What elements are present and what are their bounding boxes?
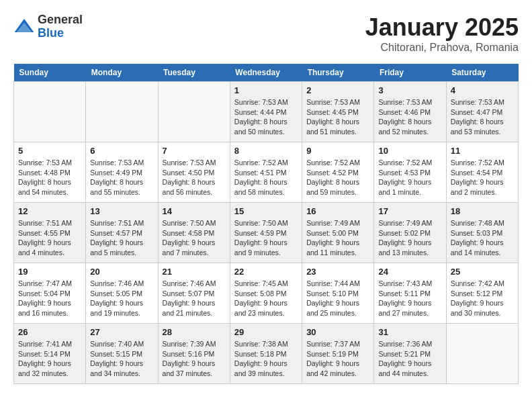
calendar-header: SundayMondayTuesdayWednesdayThursdayFrid… bbox=[14, 64, 519, 82]
day-info: Sunrise: 7:47 AM Sunset: 5:04 PM Dayligh… bbox=[18, 279, 81, 318]
title-block: January 2025 Chitorani, Prahova, Romania bbox=[365, 13, 519, 54]
calendar-cell: 16Sunrise: 7:49 AM Sunset: 5:00 PM Dayli… bbox=[302, 203, 374, 263]
weekday-header-saturday: Saturday bbox=[446, 64, 518, 82]
day-info: Sunrise: 7:39 AM Sunset: 5:16 PM Dayligh… bbox=[163, 339, 226, 379]
day-info: Sunrise: 7:46 AM Sunset: 5:07 PM Dayligh… bbox=[163, 279, 226, 318]
day-number: 19 bbox=[18, 267, 81, 277]
day-number: 18 bbox=[451, 206, 514, 216]
calendar-cell: 8Sunrise: 7:52 AM Sunset: 4:51 PM Daylig… bbox=[230, 142, 302, 203]
calendar-cell: 30Sunrise: 7:37 AM Sunset: 5:19 PM Dayli… bbox=[302, 324, 374, 384]
day-info: Sunrise: 7:38 AM Sunset: 5:18 PM Dayligh… bbox=[234, 339, 298, 379]
day-info: Sunrise: 7:50 AM Sunset: 4:59 PM Dayligh… bbox=[234, 218, 298, 258]
calendar-cell: 29Sunrise: 7:38 AM Sunset: 5:18 PM Dayli… bbox=[230, 324, 302, 384]
day-number: 21 bbox=[163, 267, 226, 277]
day-info: Sunrise: 7:46 AM Sunset: 5:05 PM Dayligh… bbox=[90, 279, 153, 318]
day-number: 24 bbox=[378, 267, 441, 277]
day-number: 30 bbox=[306, 327, 369, 337]
calendar-cell: 6Sunrise: 7:53 AM Sunset: 4:49 PM Daylig… bbox=[86, 142, 158, 203]
day-number: 20 bbox=[90, 267, 153, 277]
calendar-cell: 22Sunrise: 7:45 AM Sunset: 5:08 PM Dayli… bbox=[230, 263, 302, 324]
calendar-cell: 9Sunrise: 7:52 AM Sunset: 4:52 PM Daylig… bbox=[302, 142, 374, 203]
calendar-cell: 21Sunrise: 7:46 AM Sunset: 5:07 PM Dayli… bbox=[158, 263, 230, 324]
calendar-cell: 23Sunrise: 7:44 AM Sunset: 5:10 PM Dayli… bbox=[302, 263, 374, 324]
calendar-cell: 28Sunrise: 7:39 AM Sunset: 5:16 PM Dayli… bbox=[158, 324, 230, 384]
calendar-cell bbox=[446, 324, 518, 384]
calendar-cell: 10Sunrise: 7:52 AM Sunset: 4:53 PM Dayli… bbox=[374, 142, 446, 203]
day-number: 27 bbox=[90, 327, 153, 337]
day-info: Sunrise: 7:43 AM Sunset: 5:11 PM Dayligh… bbox=[378, 279, 441, 318]
logo-general-text: General bbox=[38, 13, 83, 27]
day-info: Sunrise: 7:36 AM Sunset: 5:21 PM Dayligh… bbox=[378, 339, 441, 379]
day-info: Sunrise: 7:53 AM Sunset: 4:47 PM Dayligh… bbox=[451, 97, 514, 137]
day-info: Sunrise: 7:52 AM Sunset: 4:54 PM Dayligh… bbox=[451, 158, 514, 197]
calendar-cell: 18Sunrise: 7:48 AM Sunset: 5:03 PM Dayli… bbox=[446, 203, 518, 263]
day-number: 6 bbox=[90, 146, 153, 156]
day-info: Sunrise: 7:50 AM Sunset: 4:58 PM Dayligh… bbox=[163, 218, 226, 258]
calendar-week-1: 1Sunrise: 7:53 AM Sunset: 4:44 PM Daylig… bbox=[14, 82, 519, 142]
day-info: Sunrise: 7:49 AM Sunset: 5:00 PM Dayligh… bbox=[306, 218, 369, 258]
day-number: 3 bbox=[378, 85, 441, 95]
day-number: 17 bbox=[378, 206, 441, 216]
calendar-cell bbox=[86, 82, 158, 142]
day-info: Sunrise: 7:41 AM Sunset: 5:14 PM Dayligh… bbox=[18, 339, 81, 379]
day-info: Sunrise: 7:40 AM Sunset: 5:15 PM Dayligh… bbox=[90, 339, 153, 379]
day-info: Sunrise: 7:53 AM Sunset: 4:50 PM Dayligh… bbox=[163, 158, 226, 197]
calendar-cell: 24Sunrise: 7:43 AM Sunset: 5:11 PM Dayli… bbox=[374, 263, 446, 324]
day-number: 1 bbox=[234, 85, 298, 95]
day-number: 22 bbox=[234, 267, 298, 277]
day-info: Sunrise: 7:53 AM Sunset: 4:45 PM Dayligh… bbox=[306, 97, 369, 137]
day-number: 7 bbox=[163, 146, 226, 156]
day-number: 29 bbox=[234, 327, 298, 337]
calendar-cell: 15Sunrise: 7:50 AM Sunset: 4:59 PM Dayli… bbox=[230, 203, 302, 263]
weekday-header-monday: Monday bbox=[86, 64, 158, 82]
calendar-table: SundayMondayTuesdayWednesdayThursdayFrid… bbox=[13, 64, 519, 384]
day-number: 14 bbox=[163, 206, 226, 216]
day-info: Sunrise: 7:51 AM Sunset: 4:57 PM Dayligh… bbox=[90, 218, 153, 258]
day-number: 12 bbox=[18, 206, 81, 216]
weekday-header-thursday: Thursday bbox=[302, 64, 374, 82]
weekday-header-wednesday: Wednesday bbox=[230, 64, 302, 82]
calendar-cell: 1Sunrise: 7:53 AM Sunset: 4:44 PM Daylig… bbox=[230, 82, 302, 142]
day-info: Sunrise: 7:44 AM Sunset: 5:10 PM Dayligh… bbox=[306, 279, 369, 318]
day-info: Sunrise: 7:53 AM Sunset: 4:44 PM Dayligh… bbox=[234, 97, 298, 137]
day-number: 28 bbox=[163, 327, 226, 337]
day-number: 11 bbox=[451, 146, 514, 156]
day-number: 15 bbox=[234, 206, 298, 216]
logo: General Blue bbox=[13, 13, 83, 40]
day-number: 2 bbox=[306, 85, 369, 95]
day-info: Sunrise: 7:51 AM Sunset: 4:55 PM Dayligh… bbox=[18, 218, 81, 258]
day-number: 26 bbox=[18, 327, 81, 337]
calendar-week-2: 5Sunrise: 7:53 AM Sunset: 4:48 PM Daylig… bbox=[14, 142, 519, 203]
calendar-cell: 17Sunrise: 7:49 AM Sunset: 5:02 PM Dayli… bbox=[374, 203, 446, 263]
calendar-cell: 11Sunrise: 7:52 AM Sunset: 4:54 PM Dayli… bbox=[446, 142, 518, 203]
calendar-cell bbox=[14, 82, 86, 142]
calendar-cell: 31Sunrise: 7:36 AM Sunset: 5:21 PM Dayli… bbox=[374, 324, 446, 384]
weekday-header-tuesday: Tuesday bbox=[158, 64, 230, 82]
calendar-cell bbox=[158, 82, 230, 142]
day-info: Sunrise: 7:42 AM Sunset: 5:12 PM Dayligh… bbox=[451, 279, 514, 318]
day-number: 25 bbox=[451, 267, 514, 277]
calendar-cell: 2Sunrise: 7:53 AM Sunset: 4:45 PM Daylig… bbox=[302, 82, 374, 142]
day-info: Sunrise: 7:37 AM Sunset: 5:19 PM Dayligh… bbox=[306, 339, 369, 379]
calendar-cell: 3Sunrise: 7:53 AM Sunset: 4:46 PM Daylig… bbox=[374, 82, 446, 142]
day-info: Sunrise: 7:53 AM Sunset: 4:46 PM Dayligh… bbox=[378, 97, 441, 137]
month-title: January 2025 bbox=[365, 13, 519, 42]
weekday-header-row: SundayMondayTuesdayWednesdayThursdayFrid… bbox=[14, 64, 519, 82]
calendar-cell: 14Sunrise: 7:50 AM Sunset: 4:58 PM Dayli… bbox=[158, 203, 230, 263]
logo-icon bbox=[13, 16, 35, 38]
calendar-cell: 7Sunrise: 7:53 AM Sunset: 4:50 PM Daylig… bbox=[158, 142, 230, 203]
day-number: 4 bbox=[451, 85, 514, 95]
logo-text: General Blue bbox=[38, 13, 83, 40]
day-info: Sunrise: 7:53 AM Sunset: 4:49 PM Dayligh… bbox=[90, 158, 153, 197]
weekday-header-friday: Friday bbox=[374, 64, 446, 82]
day-info: Sunrise: 7:53 AM Sunset: 4:48 PM Dayligh… bbox=[18, 158, 81, 197]
calendar-cell: 27Sunrise: 7:40 AM Sunset: 5:15 PM Dayli… bbox=[86, 324, 158, 384]
day-number: 5 bbox=[18, 146, 81, 156]
day-number: 31 bbox=[378, 327, 441, 337]
calendar-body: 1Sunrise: 7:53 AM Sunset: 4:44 PM Daylig… bbox=[14, 82, 519, 384]
day-number: 8 bbox=[234, 146, 298, 156]
weekday-header-sunday: Sunday bbox=[14, 64, 86, 82]
calendar-cell: 5Sunrise: 7:53 AM Sunset: 4:48 PM Daylig… bbox=[14, 142, 86, 203]
calendar-cell: 13Sunrise: 7:51 AM Sunset: 4:57 PM Dayli… bbox=[86, 203, 158, 263]
calendar-cell: 25Sunrise: 7:42 AM Sunset: 5:12 PM Dayli… bbox=[446, 263, 518, 324]
